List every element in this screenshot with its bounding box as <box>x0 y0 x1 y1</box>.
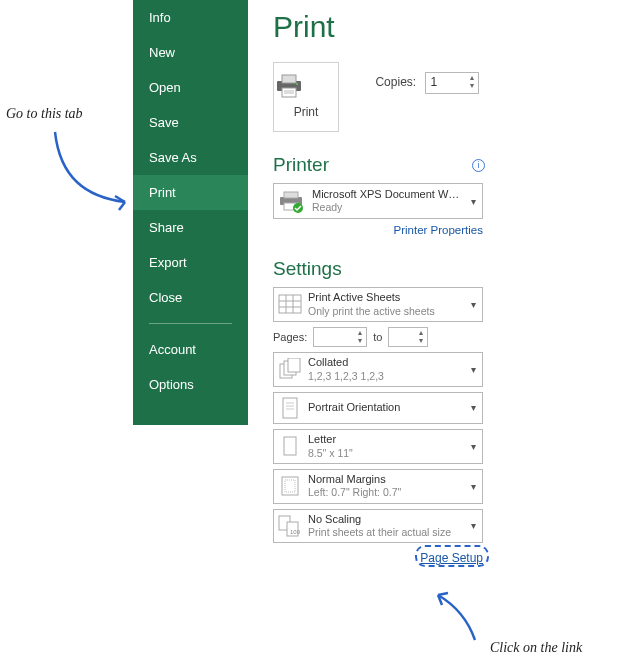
printer-name: Microsoft XPS Document W… <box>312 188 466 202</box>
sheets-icon <box>278 292 302 316</box>
page-title: Print <box>273 10 640 44</box>
print-button[interactable]: Print <box>273 62 339 132</box>
sidebar-item-save[interactable]: Save <box>133 105 248 140</box>
margins-icon <box>278 474 302 498</box>
page-setup-link[interactable]: Page Setup <box>420 551 483 565</box>
orientation-dropdown[interactable]: Portrait Orientation ▾ <box>273 392 483 424</box>
pages-to-label: to <box>373 331 382 343</box>
info-icon[interactable]: i <box>472 159 485 172</box>
collated-icon <box>278 357 302 381</box>
chevron-down-icon: ▾ <box>466 520 480 531</box>
sidebar-item-new[interactable]: New <box>133 35 248 70</box>
collated-dropdown[interactable]: Collated 1,2,3 1,2,3 1,2,3 ▾ <box>273 352 483 387</box>
sidebar-item-close[interactable]: Close <box>133 280 248 315</box>
sidebar-item-open[interactable]: Open <box>133 70 248 105</box>
chevron-down-icon: ▾ <box>466 364 480 375</box>
chevron-down-icon: ▾ <box>466 299 480 310</box>
svg-rect-17 <box>288 358 300 372</box>
portrait-icon <box>278 396 302 420</box>
chevron-down-icon: ▾ <box>466 402 480 413</box>
sidebar-item-print[interactable]: Print <box>133 175 248 210</box>
printer-status: Ready <box>312 201 466 214</box>
settings-heading: Settings <box>273 258 640 280</box>
svg-rect-1 <box>282 75 296 83</box>
copies-group: Copies: 1 ▴▾ <box>375 72 479 94</box>
print-button-label: Print <box>274 105 338 119</box>
copies-label: Copies: <box>375 75 416 89</box>
svg-point-5 <box>296 83 298 85</box>
sidebar-item-share[interactable]: Share <box>133 210 248 245</box>
annotation-arrow-icon <box>420 590 490 645</box>
svg-rect-7 <box>284 192 298 198</box>
paper-dropdown[interactable]: Letter 8.5" x 11" ▾ <box>273 429 483 464</box>
sidebar-item-info[interactable]: Info <box>133 0 248 35</box>
pages-row: Pages: ▴▾ to ▴▾ <box>273 327 483 347</box>
chevron-down-icon: ▾ <box>466 196 480 207</box>
scaling-dropdown[interactable]: 100 No Scaling Print sheets at their act… <box>273 509 483 544</box>
pages-to-down[interactable]: ▾ <box>415 337 426 345</box>
annotation-click-link: Click on the link <box>490 640 582 656</box>
copies-input[interactable]: 1 ▴▾ <box>425 72 479 94</box>
scaling-icon: 100 <box>278 514 302 538</box>
pages-from-down[interactable]: ▾ <box>354 337 365 345</box>
svg-rect-18 <box>283 398 297 418</box>
print-main: Print Print Copies: 1 ▴▾ Printer i Micro… <box>248 0 640 566</box>
pages-to-input[interactable]: ▴▾ <box>388 327 428 347</box>
copies-value: 1 <box>430 75 437 89</box>
sidebar-item-saveas[interactable]: Save As <box>133 140 248 175</box>
sidebar-item-options[interactable]: Options <box>133 367 248 402</box>
margins-dropdown[interactable]: Normal Margins Left: 0.7" Right: 0.7" ▾ <box>273 469 483 504</box>
svg-text:100: 100 <box>290 529 301 535</box>
chevron-down-icon: ▾ <box>466 441 480 452</box>
sidebar-separator <box>149 323 232 324</box>
svg-rect-22 <box>284 437 296 455</box>
pages-label: Pages: <box>273 331 307 343</box>
backstage-sidebar: Info New Open Save Save As Print Share E… <box>133 0 248 425</box>
annotation-go-to-tab: Go to this tab <box>6 106 83 122</box>
sidebar-item-account[interactable]: Account <box>133 332 248 367</box>
printer-properties-link[interactable]: Printer Properties <box>248 224 483 236</box>
chevron-down-icon: ▾ <box>466 481 480 492</box>
annotation-arrow-icon <box>45 122 140 212</box>
printer-icon <box>274 73 338 99</box>
printer-ready-icon <box>278 187 306 215</box>
copies-down[interactable]: ▾ <box>466 82 477 90</box>
paper-icon <box>278 434 302 458</box>
sidebar-item-export[interactable]: Export <box>133 245 248 280</box>
printer-dropdown[interactable]: Microsoft XPS Document W… Ready ▾ <box>273 183 483 219</box>
svg-rect-10 <box>279 295 301 313</box>
print-what-dropdown[interactable]: Print Active Sheets Only print the activ… <box>273 287 483 322</box>
printer-heading: Printer i <box>273 154 485 176</box>
pages-from-input[interactable]: ▴▾ <box>313 327 367 347</box>
